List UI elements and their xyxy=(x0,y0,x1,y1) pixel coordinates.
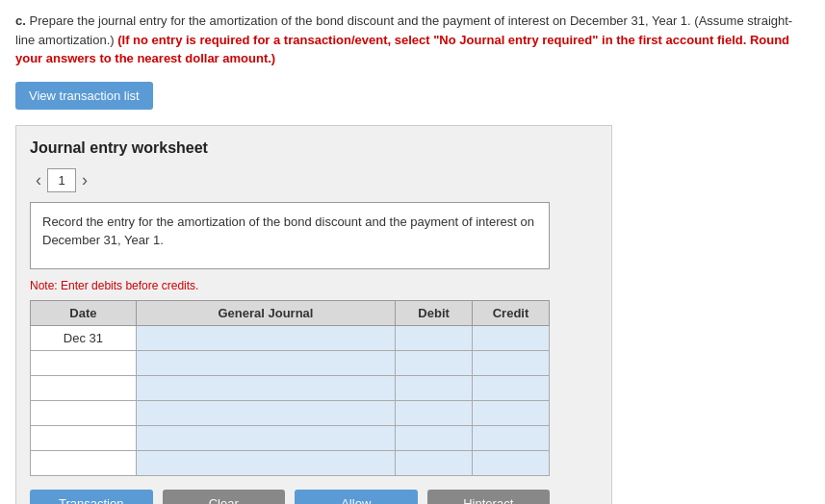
credit-cell-2[interactable] xyxy=(473,350,550,375)
journal-table: Date General Journal Debit Credit Dec 31 xyxy=(30,300,550,476)
tab-number[interactable]: 1 xyxy=(47,168,76,192)
note-text: Note: Enter debits before credits. xyxy=(30,279,598,292)
general-journal-input-1[interactable] xyxy=(137,326,395,350)
credit-input-1[interactable] xyxy=(473,326,549,350)
prev-tab-button[interactable]: ‹ xyxy=(30,170,47,190)
credit-cell-3[interactable] xyxy=(473,375,550,400)
allow-button[interactable]: Allow xyxy=(295,490,418,505)
hinteract-button[interactable]: Hinteract xyxy=(427,490,551,505)
bottom-buttons-container: Transaction Clear Allow Hinteract xyxy=(30,490,550,505)
debit-input-5[interactable] xyxy=(396,426,472,450)
credit-cell-1[interactable] xyxy=(473,325,550,350)
debit-input-6[interactable] xyxy=(396,451,472,475)
worksheet-container: Journal entry worksheet ‹ 1 › Record the… xyxy=(15,125,612,505)
credit-input-5[interactable] xyxy=(473,426,549,450)
debit-cell-6[interactable] xyxy=(396,450,473,475)
date-cell-6 xyxy=(31,450,137,475)
general-journal-cell-6[interactable] xyxy=(136,450,395,475)
general-journal-input-5[interactable] xyxy=(137,426,395,450)
tab-navigation: ‹ 1 › xyxy=(30,168,598,192)
credit-input-4[interactable] xyxy=(473,401,549,425)
debit-cell-4[interactable] xyxy=(396,400,473,425)
general-journal-cell-3[interactable] xyxy=(136,375,395,400)
date-cell-5 xyxy=(31,425,137,450)
credit-cell-5[interactable] xyxy=(473,425,550,450)
table-row xyxy=(31,400,550,425)
debit-cell-3[interactable] xyxy=(396,375,473,400)
instruction-bold-red: (If no entry is required for a transacti… xyxy=(15,33,789,66)
table-row xyxy=(31,350,550,375)
credit-input-3[interactable] xyxy=(473,376,549,400)
debit-input-3[interactable] xyxy=(396,376,472,400)
entry-description: Record the entry for the amortization of… xyxy=(30,202,550,269)
table-row xyxy=(31,425,550,450)
date-cell-4 xyxy=(31,400,137,425)
instructions-text: c. Prepare the journal entry for the amo… xyxy=(15,12,810,68)
table-row xyxy=(31,450,550,475)
instruction-prefix: c. xyxy=(15,13,26,28)
view-transaction-button[interactable]: View transaction list xyxy=(15,82,153,110)
general-journal-input-6[interactable] xyxy=(137,451,395,475)
date-cell-1: Dec 31 xyxy=(31,325,137,350)
date-cell-3 xyxy=(31,375,137,400)
general-journal-cell-2[interactable] xyxy=(136,350,395,375)
debit-input-4[interactable] xyxy=(396,401,472,425)
table-row xyxy=(31,375,550,400)
debit-cell-1[interactable] xyxy=(396,325,473,350)
header-general-journal: General Journal xyxy=(136,300,395,325)
header-date: Date xyxy=(31,300,137,325)
credit-cell-4[interactable] xyxy=(473,400,550,425)
general-journal-cell-4[interactable] xyxy=(136,400,395,425)
date-cell-2 xyxy=(31,350,137,375)
debit-cell-2[interactable] xyxy=(396,350,473,375)
header-credit: Credit xyxy=(473,300,550,325)
table-row: Dec 31 xyxy=(31,325,550,350)
general-journal-cell-1[interactable] xyxy=(136,325,395,350)
general-journal-cell-5[interactable] xyxy=(136,425,395,450)
debit-input-1[interactable] xyxy=(396,326,472,350)
general-journal-input-3[interactable] xyxy=(137,376,395,400)
transaction-button[interactable]: Transaction xyxy=(30,490,153,505)
general-journal-input-4[interactable] xyxy=(137,401,395,425)
debit-cell-5[interactable] xyxy=(396,425,473,450)
next-tab-button[interactable]: › xyxy=(76,170,93,190)
credit-cell-6[interactable] xyxy=(473,450,550,475)
credit-input-2[interactable] xyxy=(473,351,549,375)
debit-input-2[interactable] xyxy=(396,351,472,375)
clear-button[interactable]: Clear xyxy=(163,490,286,505)
general-journal-input-2[interactable] xyxy=(137,351,395,375)
header-debit: Debit xyxy=(396,300,473,325)
credit-input-6[interactable] xyxy=(473,451,549,475)
worksheet-title: Journal entry worksheet xyxy=(30,139,598,157)
